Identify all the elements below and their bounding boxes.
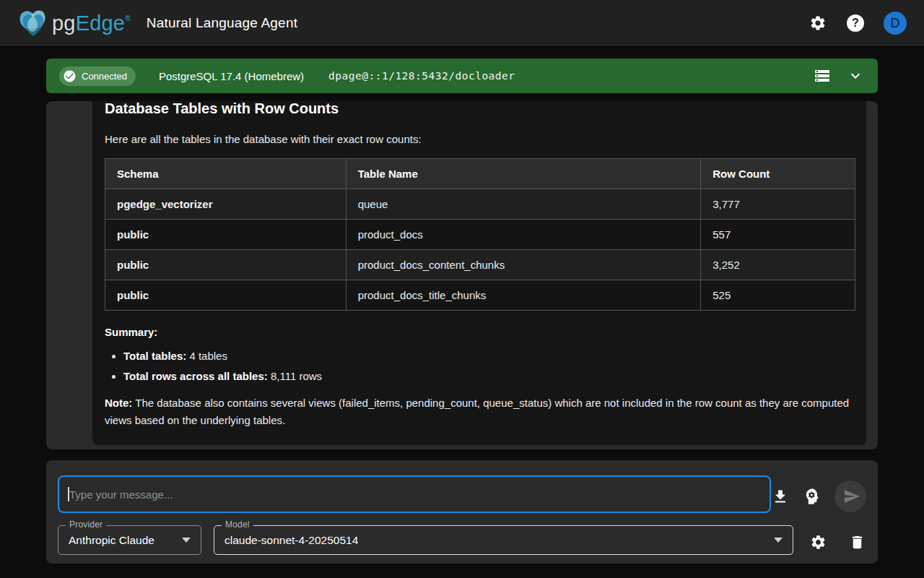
text-caret bbox=[68, 487, 69, 501]
help-button[interactable]: ? bbox=[846, 14, 865, 33]
provider-value: Anthropic Claude bbox=[69, 534, 154, 547]
gear-icon bbox=[809, 14, 827, 32]
row-counts-table: Schema Table Name Row Count pgedge_vecto… bbox=[105, 158, 855, 311]
send-button[interactable] bbox=[834, 480, 866, 512]
note-text: The database also contains several views… bbox=[105, 397, 849, 426]
table-row: public product_docs 557 bbox=[105, 220, 855, 250]
connection-status-label: Connected bbox=[82, 71, 127, 82]
chat-message-list[interactable]: Database Tables with Row Counts Here are… bbox=[46, 101, 878, 449]
send-icon bbox=[843, 488, 860, 505]
bullet-label: Total rows across all tables: bbox=[123, 370, 268, 382]
brand-edge: Edge bbox=[76, 12, 126, 35]
brand-registered-mark: ® bbox=[125, 14, 131, 22]
table-header-row: Schema Table Name Row Count bbox=[105, 159, 855, 189]
cell-table-name: product_docs_content_chunks bbox=[346, 250, 701, 280]
message-intro: Here are all the tables in the database … bbox=[105, 132, 855, 146]
connection-dsn: dpage@::1/128:5432/docloader bbox=[328, 70, 515, 82]
message-input[interactable] bbox=[58, 475, 771, 513]
dropdown-arrow-icon bbox=[182, 538, 191, 543]
cell-schema: public bbox=[105, 250, 346, 280]
download-chat-button[interactable] bbox=[771, 487, 790, 506]
pgedge-logo: pgEdge® bbox=[17, 9, 131, 38]
summary-heading: Summary: bbox=[105, 326, 855, 338]
cell-row-count: 557 bbox=[701, 220, 855, 250]
cell-table-name: product_docs_title_chunks bbox=[346, 280, 701, 311]
server-version-label: PostgreSQL 17.4 (Homebrew) bbox=[159, 70, 304, 82]
model-settings-button[interactable] bbox=[808, 532, 827, 551]
list-item: Total tables: 4 tables bbox=[123, 349, 855, 363]
cell-schema: pgedge_vectorizer bbox=[105, 189, 346, 220]
pgedge-logo-icon bbox=[17, 9, 49, 38]
cell-row-count: 3,252 bbox=[701, 250, 855, 280]
model-select[interactable]: Model claude-sonnet-4-20250514 bbox=[214, 525, 793, 555]
cell-schema: public bbox=[105, 220, 346, 250]
app-window: pgEdge® Natural Language Agent ? D Conne… bbox=[0, 0, 924, 578]
bullet-value: 8,111 rows bbox=[268, 370, 322, 382]
table-row: pgedge_vectorizer queue 3,777 bbox=[105, 189, 855, 220]
connection-status-badge: Connected bbox=[59, 66, 136, 86]
psychology-icon bbox=[803, 487, 821, 506]
column-header-table-name: Table Name bbox=[346, 159, 701, 189]
connection-list-button[interactable] bbox=[813, 66, 832, 85]
app-header: pgEdge® Natural Language Agent ? D bbox=[0, 0, 924, 46]
column-header-row-count: Row Count bbox=[701, 159, 855, 189]
table-row: public product_docs_title_chunks 525 bbox=[105, 280, 855, 311]
help-icon: ? bbox=[847, 14, 864, 32]
gear-icon bbox=[810, 534, 827, 551]
summary-list: Total tables: 4 tables Total rows across… bbox=[123, 349, 855, 383]
connection-bar: Connected PostgreSQL 17.4 (Homebrew) dpa… bbox=[46, 59, 878, 93]
column-header-schema: Schema bbox=[105, 159, 346, 189]
list-item: Total rows across all tables: 8,111 rows bbox=[123, 369, 855, 383]
cell-row-count: 525 bbox=[701, 280, 855, 311]
model-value: claude-sonnet-4-20250514 bbox=[225, 534, 358, 547]
download-icon bbox=[772, 488, 789, 505]
clear-chat-button[interactable] bbox=[847, 532, 866, 551]
note-label: Note: bbox=[105, 397, 132, 409]
bullet-label: Total tables: bbox=[123, 350, 186, 362]
cell-row-count: 3,777 bbox=[701, 189, 855, 220]
thinking-mode-button[interactable] bbox=[803, 487, 821, 506]
assistant-message: Database Tables with Row Counts Here are… bbox=[92, 101, 866, 445]
provider-label: Provider bbox=[66, 519, 106, 530]
message-heading: Database Tables with Row Counts bbox=[105, 101, 855, 117]
brand-pg: pg bbox=[52, 12, 76, 35]
check-circle-icon bbox=[63, 69, 77, 83]
chevron-down-icon bbox=[847, 67, 864, 85]
settings-button[interactable] bbox=[808, 14, 827, 33]
trash-icon bbox=[849, 534, 866, 551]
cell-table-name: queue bbox=[346, 189, 701, 220]
brand-wordmark: pgEdge® bbox=[52, 12, 131, 35]
table-row: public product_docs_content_chunks 3,252 bbox=[105, 250, 855, 280]
connection-expand-button[interactable] bbox=[846, 66, 865, 85]
composer-panel: Provider Anthropic Claude Model claude-s… bbox=[46, 460, 878, 564]
message-note: Note: The database also contains several… bbox=[105, 394, 855, 429]
provider-select[interactable]: Provider Anthropic Claude bbox=[58, 525, 201, 555]
cell-table-name: product_docs bbox=[346, 220, 701, 250]
server-list-icon bbox=[814, 67, 831, 85]
page-title: Natural Language Agent bbox=[147, 15, 297, 31]
dropdown-arrow-icon bbox=[774, 538, 783, 543]
cell-schema: public bbox=[105, 280, 346, 311]
model-label: Model bbox=[222, 519, 253, 530]
user-avatar[interactable]: D bbox=[884, 12, 907, 35]
bullet-value: 4 tables bbox=[186, 350, 227, 362]
